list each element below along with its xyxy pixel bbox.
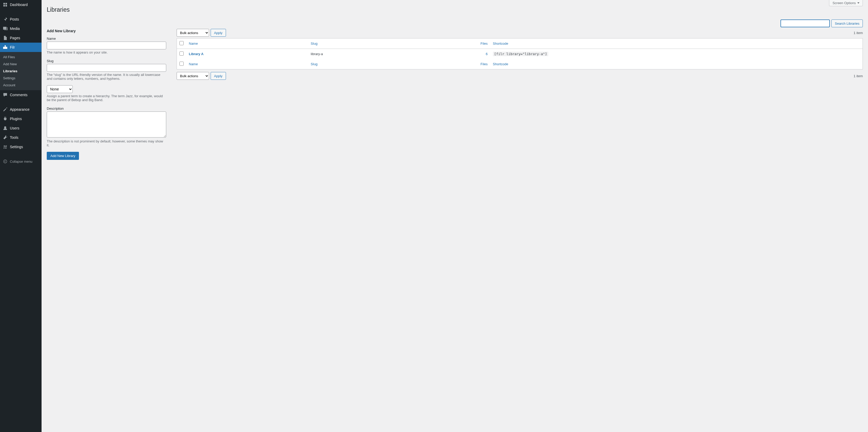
name-description: The name is how it appears on your site. <box>47 51 166 54</box>
sidebar-sub-settings[interactable]: Settings <box>0 75 41 82</box>
tablenav-top: Bulk actions Apply 1 item <box>177 29 863 37</box>
pages-icon <box>3 35 8 40</box>
sidebar-item-comments[interactable]: Comments <box>0 90 41 99</box>
sidebar-item-label: Users <box>10 126 20 130</box>
column-footer-name[interactable]: Name <box>189 62 198 66</box>
apply-button-top[interactable]: Apply <box>211 29 226 37</box>
sidebar-submenu-filr: All Files Add New Libraries Settings Acc… <box>0 52 41 90</box>
sidebar-item-filr[interactable]: Filr <box>0 42 41 52</box>
sidebar-item-label: Comments <box>10 93 28 97</box>
tablenav-bottom: Bulk actions Apply 1 item <box>177 72 863 80</box>
svg-point-0 <box>4 160 7 163</box>
dashboard-icon <box>3 2 8 7</box>
column-header-files[interactable]: Files <box>480 41 488 46</box>
screen-options-label: Screen Options <box>832 1 856 5</box>
sidebar-item-label: Posts <box>10 17 19 21</box>
chevron-down-icon <box>857 2 860 4</box>
users-icon <box>3 125 8 131</box>
collapse-label: Collapse menu <box>10 160 32 164</box>
select-all-checkbox-top[interactable] <box>180 41 184 45</box>
sidebar-item-tools[interactable]: Tools <box>0 133 41 142</box>
sidebar-item-label: Settings <box>10 145 23 149</box>
row-slug: library-a <box>308 49 414 59</box>
add-new-form: Add New Library Name The name is how it … <box>47 29 166 160</box>
sidebar-item-label: Appearance <box>10 107 30 112</box>
search-input[interactable] <box>780 20 830 27</box>
sidebar-item-appearance[interactable]: Appearance <box>0 105 41 114</box>
sidebar-item-label: Dashboard <box>10 3 28 7</box>
settings-icon <box>3 144 8 149</box>
sidebar-item-users[interactable]: Users <box>0 123 41 133</box>
comments-icon <box>3 92 8 97</box>
filr-icon <box>3 45 8 50</box>
collapse-menu-button[interactable]: Collapse menu <box>0 157 41 166</box>
sidebar-item-settings[interactable]: Settings <box>0 142 41 151</box>
sidebar-item-label: Tools <box>10 136 19 140</box>
pin-icon <box>3 17 8 22</box>
sidebar-item-label: Pages <box>10 36 20 40</box>
slug-label: Slug <box>47 59 166 63</box>
description-label: Description <box>47 107 166 111</box>
sidebar-sub-account[interactable]: Account <box>0 82 41 89</box>
row-name-link[interactable]: Library A <box>189 52 204 56</box>
screen-options-button[interactable]: Screen Options <box>829 0 863 6</box>
plugins-icon <box>3 116 8 121</box>
description-field[interactable] <box>47 112 166 138</box>
row-files-link[interactable]: 6 <box>486 52 488 56</box>
sidebar-sub-addnew[interactable]: Add New <box>0 61 41 67</box>
column-header-slug[interactable]: Slug <box>311 41 317 46</box>
sidebar-item-dashboard[interactable]: Dashboard <box>0 0 41 9</box>
column-header-name[interactable]: Name <box>189 41 198 46</box>
sidebar-item-label: Filr <box>10 45 15 49</box>
slug-description: The “slug” is the URL-friendly version o… <box>47 73 166 81</box>
name-field[interactable] <box>47 41 166 49</box>
collapse-icon <box>3 159 8 164</box>
page-title: Libraries <box>47 6 863 13</box>
sidebar-sub-libraries[interactable]: Libraries <box>0 67 41 75</box>
sidebar-item-pages[interactable]: Pages <box>0 33 41 42</box>
form-heading: Add New Library <box>47 29 166 33</box>
table-area: Bulk actions Apply 1 item Name Slug <box>177 29 863 160</box>
name-label: Name <box>47 37 166 40</box>
item-count-top: 1 item <box>854 31 863 35</box>
column-footer-shortcode[interactable]: Shortcode <box>493 62 508 66</box>
media-icon <box>3 26 8 31</box>
row-checkbox[interactable] <box>180 52 184 56</box>
sidebar: Dashboard Posts Media Pages Filr All Fil… <box>0 0 41 432</box>
bulk-actions-select-top[interactable]: Bulk actions <box>177 29 209 37</box>
sidebar-item-media[interactable]: Media <box>0 24 41 33</box>
sidebar-item-plugins[interactable]: Plugins <box>0 114 41 123</box>
column-footer-files[interactable]: Files <box>480 62 488 66</box>
parent-select[interactable]: None <box>47 85 73 93</box>
search-libraries-button[interactable]: Search Libraries <box>831 20 863 27</box>
add-new-library-button[interactable]: Add New Library <box>47 152 79 160</box>
description-help: The description is not prominent by defa… <box>47 139 166 147</box>
tools-icon <box>3 135 8 140</box>
item-count-bottom: 1 item <box>854 74 863 78</box>
appearance-icon <box>3 107 8 112</box>
sidebar-sub-allfiles[interactable]: All Files <box>0 54 41 61</box>
main-content: Screen Options Libraries Search Librarie… <box>41 0 868 432</box>
search-box: Search Libraries <box>47 20 863 27</box>
sidebar-item-label: Media <box>10 27 20 31</box>
libraries-table: Name Slug Files Shortcode Library A libr… <box>177 38 863 69</box>
sidebar-item-label: Plugins <box>10 117 22 121</box>
sidebar-item-posts[interactable]: Posts <box>0 15 41 24</box>
column-footer-slug[interactable]: Slug <box>311 62 317 66</box>
parent-description: Assign a parent term to create a hierarc… <box>47 94 166 102</box>
select-all-checkbox-bottom[interactable] <box>180 62 184 66</box>
bulk-actions-select-bottom[interactable]: Bulk actions <box>177 72 209 80</box>
row-shortcode: [filr library="library-a"] <box>493 52 549 56</box>
table-row: Library A library-a 6 [filr library="lib… <box>177 49 863 59</box>
slug-field[interactable] <box>47 64 166 72</box>
apply-button-bottom[interactable]: Apply <box>211 72 226 80</box>
column-header-shortcode[interactable]: Shortcode <box>493 41 508 46</box>
